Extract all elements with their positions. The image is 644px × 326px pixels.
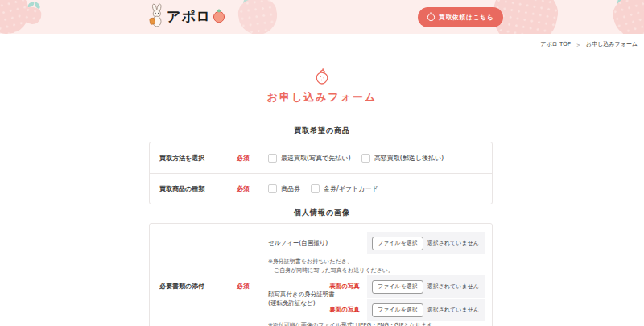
strawberry-decoration-icon bbox=[236, 0, 280, 34]
site-logo[interactable]: アポロ bbox=[148, 4, 225, 30]
page-title: お申し込みフォーム bbox=[0, 90, 644, 105]
selfie-note: ※身分証明書をお持ちいただき、 ご自身が同時に写った写真をお送りください。 bbox=[268, 258, 394, 275]
option-label: 商品券 bbox=[281, 184, 300, 193]
selfie-file-status: 選択されていません bbox=[427, 239, 479, 247]
selfie-note-line1: ※身分証明書をお持ちいただき、 bbox=[268, 258, 394, 266]
id-front-file-select-button[interactable]: ファイルを選択 bbox=[372, 280, 423, 294]
selfie-upload-row: セルフィー(自画撮り) ファイルを選択 選択されていません bbox=[268, 232, 485, 254]
option-label: 高額買取(郵送し後払い) bbox=[374, 154, 444, 163]
products-form-table: 買取方法を選択 必須 最速買取(写真で先払い) 高額買取(郵送し後払い) 買取商… bbox=[149, 142, 493, 204]
selfie-note-line2: ご自身が同時に写った写真をお送りください。 bbox=[268, 266, 394, 275]
id-back-file-select-button[interactable]: ファイルを選択 bbox=[372, 303, 423, 317]
cta-label: 買取依頼はこちら bbox=[439, 14, 494, 21]
checkbox-option-gift-certificate[interactable]: 商品券 bbox=[268, 184, 300, 193]
strawberry-logo-icon bbox=[213, 8, 225, 27]
form-row-product-type: 買取商品の種類 必須 商品券 金券/ギフトカード bbox=[150, 173, 492, 204]
id-back-upload-row: 裏面の写真 ファイルを選択 選択されていません bbox=[268, 299, 485, 321]
checkbox[interactable] bbox=[361, 154, 370, 163]
checkbox-option-high-price-purchase[interactable]: 高額買取(郵送し後払い) bbox=[361, 154, 444, 163]
id-document-line1: 顔写真付きの身分証明書 bbox=[268, 290, 335, 299]
required-badge: 必須 bbox=[237, 184, 268, 193]
breadcrumb-home-link[interactable]: アポロ TOP bbox=[540, 40, 571, 48]
section-title-personal-images: 個人情報の画像 bbox=[0, 208, 644, 218]
checkbox-option-fast-purchase[interactable]: 最速買取(写真で先払い) bbox=[268, 154, 351, 163]
checkbox[interactable] bbox=[311, 184, 320, 193]
row-label: 買取商品の種類 bbox=[159, 184, 237, 193]
strawberry-decoration-icon bbox=[608, 0, 644, 34]
selfie-file-select-button[interactable]: ファイルを選択 bbox=[372, 237, 423, 250]
checkbox[interactable] bbox=[268, 154, 277, 163]
purchase-request-button[interactable]: 買取依頼はこちら bbox=[418, 7, 503, 27]
form-row-purchase-method: 買取方法を選択 必須 最速買取(写真で先払い) 高額買取(郵送し後払い) bbox=[150, 142, 492, 173]
row-label: 買取方法を選択 bbox=[159, 154, 237, 163]
brand-name: アポロ bbox=[167, 10, 211, 25]
required-badge: 必須 bbox=[237, 154, 268, 163]
row-label: 必要書類の添付 bbox=[159, 282, 204, 291]
checkbox[interactable] bbox=[268, 184, 277, 193]
selfie-file-input: ファイルを選択 選択されていません bbox=[367, 232, 485, 254]
page: アポロ 買取依頼はこちら アポロ TOP > お申し込みフォーム bbox=[0, 0, 644, 326]
site-header: アポロ 買取依頼はこちら bbox=[0, 0, 644, 34]
id-back-label: 裏面の写真 bbox=[268, 306, 367, 314]
selfie-label: セルフィー(自画撮り) bbox=[268, 239, 367, 247]
strawberry-decoration-icon bbox=[23, 1, 43, 23]
rabbit-mascot-icon bbox=[148, 3, 165, 31]
file-format-note: ※添付可能な画像のファイル形式はJPEG・PNG・GIFとなります。 bbox=[268, 321, 438, 326]
checkbox-option-voucher-giftcard[interactable]: 金券/ギフトカード bbox=[311, 184, 378, 193]
page-title-block: お申し込みフォーム bbox=[0, 68, 644, 105]
strawberry-button-icon bbox=[427, 10, 436, 25]
breadcrumb: アポロ TOP > お申し込みフォーム bbox=[540, 40, 638, 48]
section-title-products: 買取希望の商品 bbox=[0, 126, 644, 136]
id-back-file-input: ファイルを選択 選択されていません bbox=[367, 299, 485, 321]
option-label: 金券/ギフトカード bbox=[324, 184, 378, 193]
id-back-file-status: 選択されていません bbox=[427, 306, 479, 314]
id-front-file-status: 選択されていません bbox=[427, 283, 479, 291]
breadcrumb-current: お申し込みフォーム bbox=[586, 40, 638, 48]
breadcrumb-separator: > bbox=[576, 42, 580, 47]
option-label: 最速買取(写真で先払い) bbox=[281, 154, 351, 163]
id-front-file-input: ファイルを選択 選択されていません bbox=[367, 275, 485, 298]
documents-form-table: 必要書類の添付 必須 セルフィー(自画撮り) ファイルを選択 選択されていません… bbox=[149, 223, 493, 326]
required-badge: 必須 bbox=[237, 282, 250, 291]
strawberry-title-icon bbox=[313, 67, 332, 89]
